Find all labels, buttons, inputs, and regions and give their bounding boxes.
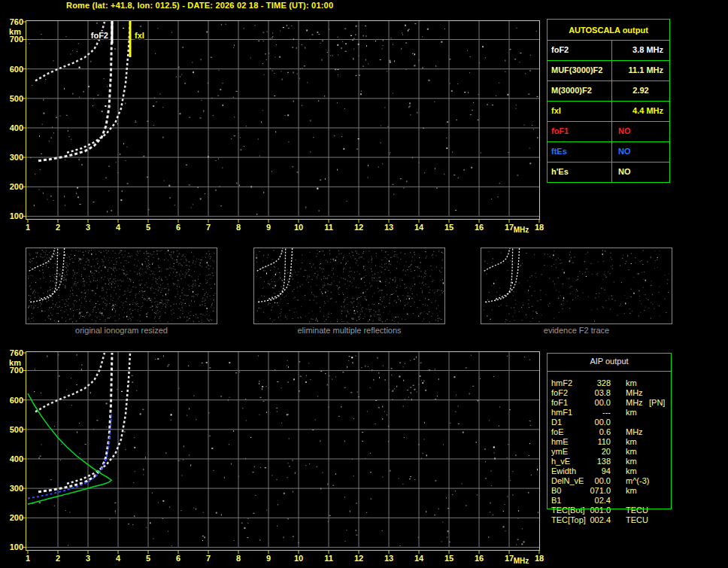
thumbnail-evidence-f2-trace [481, 248, 672, 323]
parameter-label: ymE [551, 447, 568, 457]
parameter-label: foF1 [551, 398, 568, 408]
parameter-value: 20 [575, 447, 611, 457]
parameter-value: 94 [575, 466, 611, 476]
autoscala-app-window: Rome (lat: +41.8, lon: 012.5) - DATE: 20… [0, 0, 728, 568]
aip-table-row: Ewidth94km [547, 466, 672, 476]
svg-text:MHz: MHz [514, 226, 529, 234]
svg-text:700: 700 [10, 35, 23, 44]
svg-text:300: 300 [10, 153, 23, 162]
thumbnail-trace [30, 248, 57, 302]
parameter-value: --- [575, 408, 611, 418]
parameter-label: h'Es [548, 163, 612, 182]
fxI-marker-label: fxI [135, 31, 144, 40]
autoscala-table-body: foF23.8 MHzMUF(3000)F211.1 MHzM(3000)F22… [548, 40, 669, 182]
autoscala-table-row: fxI4.4 MHz [548, 101, 669, 121]
parameter-value: 071.0 [575, 486, 611, 496]
parameter-unit: MHz [626, 398, 643, 408]
parameter-unit: MHz [626, 388, 643, 398]
thumbnail-original-ionogram [26, 248, 217, 323]
svg-text:km: km [9, 27, 21, 36]
svg-text:6: 6 [176, 554, 180, 563]
thumbnail-trace [257, 248, 283, 271]
parameter-unit: km [626, 437, 637, 447]
grid-lines [26, 352, 539, 547]
parameter-value: 001.0 [575, 506, 611, 515]
svg-text:16: 16 [475, 223, 484, 232]
electron-density-profile-trace [28, 393, 111, 504]
parameter-unit: km [626, 466, 637, 476]
parameter-unit: TECU [626, 515, 648, 525]
svg-text:15: 15 [444, 223, 453, 232]
parameter-value: 328 [575, 378, 611, 388]
svg-text:2: 2 [56, 554, 60, 563]
parameter-value: 00.0 [575, 398, 611, 408]
parameter-label: B1 [551, 496, 561, 506]
grid-lines [26, 21, 539, 216]
svg-text:8: 8 [236, 223, 241, 232]
svg-text:9: 9 [266, 223, 271, 232]
svg-text:4: 4 [116, 554, 121, 563]
parameter-value: 4.4 MHz [612, 102, 669, 121]
parameter-label: D1 [551, 418, 562, 427]
parameter-unit: km [626, 408, 637, 418]
parameter-label: foF2 [551, 388, 568, 398]
thumbnail-trace [258, 248, 286, 302]
parameter-value: 002.4 [575, 515, 611, 525]
svg-text:760: 760 [10, 17, 23, 26]
svg-text:12: 12 [354, 223, 363, 232]
parameter-label: B0 [551, 486, 561, 496]
svg-text:8: 8 [236, 554, 241, 563]
parameter-unit: m^(-3) [626, 476, 649, 486]
aip-table-row: DelN_vE00.0m^(-3) [547, 476, 672, 486]
aip-table-row: foE0.6MHz [547, 427, 672, 437]
autoscala-table-row: ftEsNO [548, 141, 669, 162]
aip-table-row: B0071.0km [547, 486, 672, 496]
parameter-value: NO [612, 122, 669, 141]
svg-text:600: 600 [10, 65, 23, 74]
svg-text:5: 5 [146, 223, 150, 232]
plot-frame [26, 21, 540, 220]
aip-table-row: hmF2328km [547, 378, 672, 388]
thumbnail-eliminate-reflections [254, 248, 444, 323]
svg-text:1: 1 [26, 554, 30, 563]
svg-text:100: 100 [10, 542, 23, 551]
svg-text:16: 16 [475, 554, 484, 563]
thumbnail-trace [268, 248, 292, 299]
svg-text:10: 10 [294, 554, 303, 563]
svg-text:400: 400 [10, 123, 23, 132]
aip-table-row: D100.0 [547, 418, 672, 427]
svg-text:11: 11 [324, 554, 333, 563]
f2-ordinary-echo-trace-trace [38, 22, 112, 161]
parameter-label: fxI [548, 102, 612, 121]
parameter-value: 2.92 [612, 81, 669, 101]
svg-text:7: 7 [206, 223, 211, 232]
parameter-label: hmF2 [551, 378, 572, 388]
aip-table-row: ymE20km [547, 447, 672, 457]
svg-text:3: 3 [86, 554, 90, 563]
svg-text:400: 400 [10, 454, 23, 463]
svg-text:17: 17 [505, 554, 514, 563]
axis-ticks [23, 353, 539, 554]
parameter-value: NO [612, 142, 669, 162]
svg-text:600: 600 [10, 396, 23, 405]
svg-text:MHz: MHz [514, 557, 529, 565]
foF2-marker: foF2 [91, 21, 112, 44]
svg-text:15: 15 [444, 554, 453, 563]
parameter-label: hmE [551, 437, 569, 447]
parameter-value: 11.1 MHz [612, 61, 669, 80]
svg-text:14: 14 [414, 554, 424, 563]
plot-frame [26, 352, 540, 551]
autoscala-table-row: M(3000)F22.92 [548, 80, 669, 101]
axis-labels: 760700600500400300200100km12345678910111… [9, 17, 544, 234]
thumbnail-trace [496, 248, 519, 299]
parameter-unit: MHz [626, 427, 643, 437]
parameter-unit: km [626, 378, 637, 388]
aip-table-row: B102.4 [547, 496, 672, 506]
autoscala-table-row: h'EsNO [548, 162, 669, 182]
autoscala-table-row: foF23.8 MHz [548, 40, 669, 60]
autoscala-table-header: AUTOSCALA output [548, 20, 669, 40]
bottom-ionogram: 760700600500400300200100km12345678910111… [9, 348, 544, 565]
parameter-label: foE [551, 427, 564, 437]
svg-text:760: 760 [10, 348, 23, 357]
aip-table-row: hmF1---km [547, 408, 672, 418]
